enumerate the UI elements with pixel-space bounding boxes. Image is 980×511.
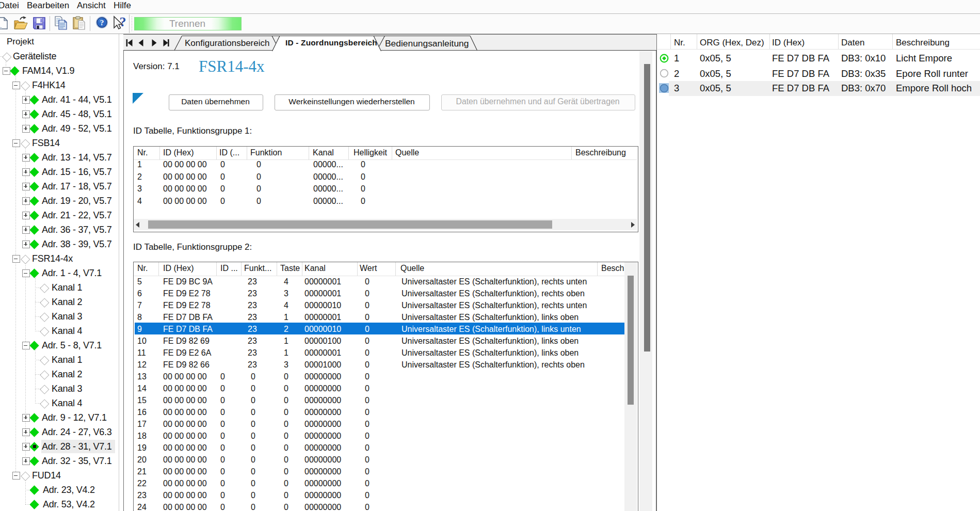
svg-text:?: ? <box>100 18 104 27</box>
